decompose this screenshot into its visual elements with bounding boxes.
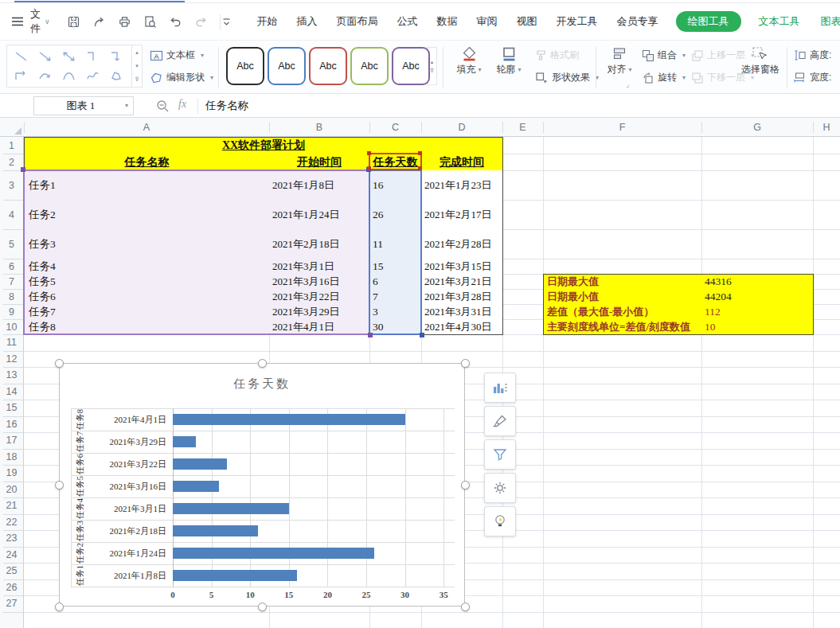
info-value-cell[interactable]: 10 — [701, 319, 814, 335]
info-label-cell[interactable]: 日期最大值 — [543, 274, 702, 290]
column-header-divider — [369, 122, 370, 133]
gridline-v — [701, 137, 702, 628]
row-header-19[interactable]: 19 — [0, 465, 23, 482]
info-value-cell[interactable]: 44316 — [701, 274, 814, 290]
x-axis-tick-label: 30 — [392, 590, 419, 599]
chart-resize-handle[interactable] — [55, 359, 64, 368]
row-header-16[interactable]: 16 — [0, 416, 23, 433]
chart-resize-handle[interactable] — [461, 481, 470, 490]
bar-任务3[interactable] — [173, 525, 258, 536]
column-header-C[interactable]: C — [369, 118, 421, 137]
chart-gridline — [443, 408, 444, 587]
column-header-divider — [24, 122, 25, 133]
chart-resize-handle[interactable] — [258, 359, 267, 368]
row-header-15[interactable]: 15 — [0, 400, 23, 416]
category-range-highlight-handle[interactable] — [368, 333, 373, 337]
row-header-2[interactable]: 2 — [0, 154, 23, 170]
row-header-22[interactable]: 22 — [0, 514, 23, 531]
column-header-F[interactable]: F — [543, 118, 701, 137]
row-header-5[interactable]: 5 — [0, 229, 23, 259]
chart-plot-area: 05101520253035任务82021年4月1日任务72021年3月29日任… — [60, 364, 466, 607]
row-header-10[interactable]: 10 — [0, 319, 23, 334]
task-end-cell[interactable]: 2021年2月17日 — [421, 200, 503, 230]
column-header-B[interactable]: B — [269, 118, 369, 137]
row-header-12[interactable]: 12 — [0, 351, 23, 368]
column-header-A[interactable]: A — [24, 118, 269, 137]
info-label-cell[interactable]: 日期最小值 — [543, 289, 702, 305]
chart-resize-handle[interactable] — [461, 603, 470, 611]
bar-任务2[interactable] — [173, 548, 374, 559]
chart-filter-button[interactable] — [484, 439, 516, 470]
bar-任务5[interactable] — [173, 481, 219, 492]
chart-settings-button[interactable] — [484, 473, 516, 503]
info-value-cell[interactable]: 112 — [701, 304, 814, 320]
series-name-handle[interactable] — [367, 151, 371, 155]
series-name-handle[interactable] — [418, 151, 422, 155]
task-end-cell[interactable]: 2021年3月21日 — [421, 274, 503, 290]
bar-任务8[interactable] — [173, 414, 405, 425]
row-header-9[interactable]: 9 — [0, 304, 23, 319]
chart-gridline — [366, 408, 367, 587]
task-end-cell[interactable]: 2021年3月15日 — [421, 259, 503, 275]
table-header-1[interactable]: 任务名称 — [24, 154, 270, 171]
row-header-27[interactable]: 27 — [0, 595, 23, 612]
column-header-E[interactable]: E — [502, 118, 543, 137]
row-header-6[interactable]: 6 — [0, 259, 23, 274]
series-name-handle[interactable] — [418, 166, 422, 170]
task-end-cell[interactable]: 2021年4月30日 — [421, 319, 503, 335]
task-days-chart[interactable]: 任务天数 05101520253035任务82021年4月1日任务72021年3… — [59, 363, 465, 607]
bar-任务7[interactable] — [173, 436, 196, 447]
table-header-2[interactable]: 开始时间 — [269, 154, 370, 171]
row-header-4[interactable]: 4 — [0, 200, 23, 229]
column-header-D[interactable]: D — [421, 118, 502, 137]
gridline-v — [813, 137, 814, 628]
chart-gridline — [405, 408, 406, 587]
chart-resize-handle[interactable] — [461, 359, 470, 368]
category-name-text: 任务3 — [75, 521, 86, 541]
info-label-cell[interactable]: 主要刻度线单位=差值/刻度数值 — [543, 319, 702, 335]
row-header-11[interactable]: 11 — [0, 334, 23, 351]
task-end-cell[interactable]: 2021年2月28日 — [421, 229, 503, 259]
info-label-cell[interactable]: 差值（最大值-最小值） — [543, 304, 702, 320]
category-name-label: 任务4 — [71, 497, 90, 520]
row-header-8[interactable]: 8 — [0, 289, 23, 304]
table-header-4[interactable]: 完成时间 — [421, 154, 503, 171]
row-header-20[interactable]: 20 — [0, 482, 23, 498]
info-value-cell[interactable]: 44204 — [701, 289, 814, 305]
row-header-24[interactable]: 24 — [0, 547, 23, 564]
bar-任务1[interactable] — [173, 570, 297, 581]
row-header-23[interactable]: 23 — [0, 530, 23, 547]
row-header-21[interactable]: 21 — [0, 497, 23, 514]
row-header-3[interactable]: 3 — [0, 170, 23, 200]
bar-任务6[interactable] — [173, 458, 227, 470]
row-header-26[interactable]: 26 — [0, 579, 23, 596]
row-header-25[interactable]: 25 — [0, 563, 23, 579]
category-range-highlight-handle[interactable] — [21, 167, 25, 172]
column-header-divider — [701, 122, 702, 133]
row-header-1[interactable]: 1 — [0, 137, 23, 154]
series-name-handle[interactable] — [367, 166, 371, 170]
task-end-cell[interactable]: 2021年3月31日 — [421, 304, 503, 320]
chart-resize-handle[interactable] — [258, 603, 267, 611]
chart-resize-handle[interactable] — [55, 603, 64, 611]
x-axis-tick-label: 35 — [430, 590, 457, 599]
chart-styles-button[interactable] — [484, 406, 516, 436]
row-header-7[interactable]: 7 — [0, 274, 23, 289]
sheet-title-cell[interactable]: XX软件部署计划 — [24, 137, 503, 154]
bar-任务4[interactable] — [173, 503, 289, 514]
column-header-divider — [269, 122, 270, 133]
column-header-H[interactable]: H — [813, 118, 840, 137]
column-header-G[interactable]: G — [701, 118, 813, 137]
x-axis-tick-label: 10 — [236, 590, 264, 599]
select-all-corner[interactable] — [0, 118, 24, 137]
chart-elements-button[interactable] — [484, 373, 516, 403]
row-header-17[interactable]: 17 — [0, 432, 23, 449]
values-range-highlight-handle[interactable] — [420, 333, 424, 337]
row-header-14[interactable]: 14 — [0, 384, 23, 400]
row-header-13[interactable]: 13 — [0, 367, 23, 384]
row-header-18[interactable]: 18 — [0, 449, 23, 466]
task-end-cell[interactable]: 2021年1月23日 — [421, 170, 503, 201]
chart-resize-handle[interactable] — [55, 481, 64, 490]
chart-ideas-button[interactable] — [484, 506, 516, 536]
task-end-cell[interactable]: 2021年3月28日 — [421, 289, 503, 305]
